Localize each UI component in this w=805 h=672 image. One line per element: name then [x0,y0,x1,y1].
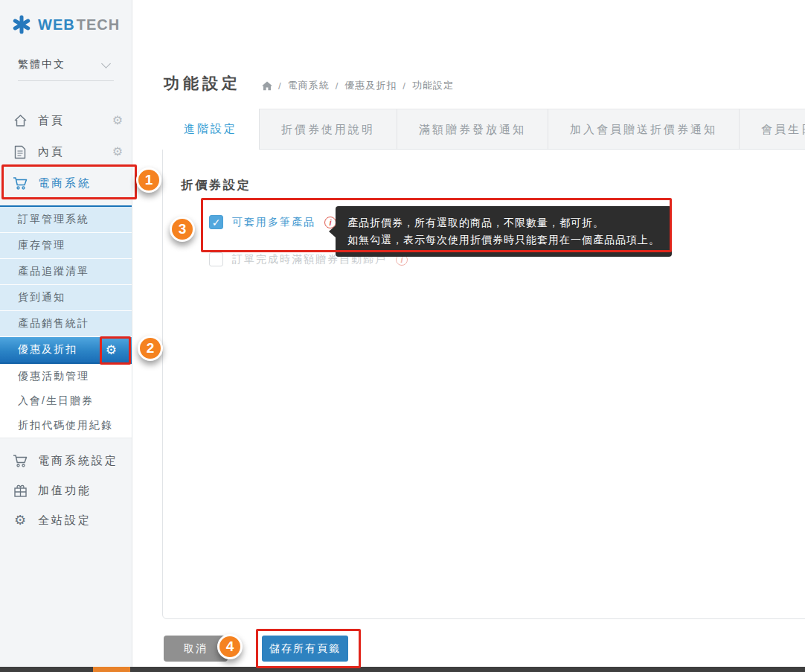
annotation-step-2: 2 [138,336,163,361]
tab-birthday-coupon-notice[interactable]: 會員生日贈送折價券通知 [740,109,805,149]
gear-icon: ⚙ [12,513,28,528]
sidebar-item-label: 優惠及折扣 [18,343,77,356]
brand-name-secondary: TECH [77,16,120,33]
sidebar-item-inventory[interactable]: 庫存管理 [0,233,132,259]
sidebar-item-label: 訂單管理系統 [18,213,89,226]
sidebar-item-sales-stats[interactable]: 產品銷售統計 [0,311,132,337]
home-icon [12,113,28,128]
breadcrumb-home-icon[interactable] [262,81,272,91]
save-all-tabs-button[interactable]: 儲存所有頁籤 [262,636,348,662]
sidebar-item-ecommerce[interactable]: 電商系統 [0,167,132,199]
breadcrumb: / 電商系統 / 優惠及折扣 / 功能設定 [262,79,454,92]
checkbox-multi-product[interactable]: ✓ [209,215,223,229]
option-row-multi-product: ✓ 可套用多筆產品 i [209,215,336,229]
tooltip-line1: 產品折價券，所有選取的商品，不限數量，都可折。 [347,214,660,231]
language-selected-label: 繁體中文 [18,58,65,71]
sidebar-item-order-management[interactable]: 訂單管理系統 [0,207,132,233]
tab-advanced-settings[interactable]: 進階設定 [162,109,259,150]
section-title: 折價券設定 [181,178,251,193]
sidebar-item-discounts-selected[interactable]: 優惠及折扣 ⚙ [0,337,132,364]
sidebar-item-label: 電商系統設定 [38,454,123,468]
sidebar-item-label: 庫存管理 [18,239,65,252]
sidebar-item-membership-coupons[interactable]: 入會/生日贈券 [0,388,132,413]
sidebar-item-label: 優惠活動管理 [18,370,89,383]
sidebar-item-label: 首頁 [38,114,112,128]
tooltip-arrow-icon [329,225,336,237]
tab-bar: 進階設定 折價券使用說明 滿額贈券發放通知 加入會員贈送折價券通知 會員生日贈送… [162,109,805,149]
sidebar-item-home[interactable]: 首頁 ⚙ [0,105,132,136]
tab-coupon-instructions[interactable]: 折價券使用說明 [259,109,397,149]
tab-threshold-coupon-notice[interactable]: 滿額贈券發放通知 [397,109,548,149]
breadcrumb-separator: / [336,80,339,92]
sidebar-item-ecommerce-settings[interactable]: 電商系統設定 [0,446,132,476]
breadcrumb-item[interactable]: 電商系統 [288,79,330,92]
gear-icon[interactable]: ⚙ [112,146,123,158]
language-selector[interactable]: 繁體中文 [18,58,114,81]
tab-join-member-coupon-notice[interactable]: 加入會員贈送折價券通知 [548,109,740,149]
sidebar-item-label: 電商系統 [38,176,123,191]
sidebar-item-label: 折扣代碼使用紀錄 [18,419,113,432]
sidebar-item-product-tracking[interactable]: 產品追蹤清單 [0,259,132,285]
sidebar-item-label: 產品銷售統計 [18,317,89,330]
sidebar-item-label: 全站設定 [38,513,123,528]
gear-icon[interactable]: ⚙ [112,115,123,127]
gear-icon[interactable]: ⚙ [106,344,117,356]
sidebar-item-promo-management[interactable]: 優惠活動管理 [0,364,132,388]
breadcrumb-item[interactable]: 優惠及折扣 [344,79,397,92]
chevron-down-icon [101,59,111,68]
content-panel: 折價券設定 ✓ 可套用多筆產品 i 產品折價券，所有選取的商品，不限數量，都可折… [162,149,805,619]
ecommerce-submenu: 訂單管理系統 庫存管理 產品追蹤清單 貨到通知 產品銷售統計 [0,207,132,337]
sidebar-item-label: 產品追蹤清單 [18,265,89,278]
cancel-button[interactable]: 取消 [164,636,228,662]
sidebar-item-label: 加值功能 [38,484,123,498]
asterisk-logo-icon [12,15,31,34]
checkbox-auto-credit[interactable] [209,252,223,266]
annotation-step-1: 1 [136,167,161,193]
brand-name-primary: WEB [38,16,75,33]
discount-submenu: 優惠活動管理 入會/生日贈券 折扣代碼使用紀錄 [0,364,132,438]
sidebar-item-inner-pages[interactable]: 內頁 ⚙ [0,136,132,167]
checkmark-icon: ✓ [212,217,221,228]
page-title: 功能設定 [164,73,241,94]
brand-logo[interactable]: WEBTECH [0,0,132,39]
sidebar-item-label: 貨到通知 [18,291,65,304]
footer-accent-segment [93,667,130,672]
sidebar-item-addons[interactable]: 加值功能 [0,476,132,505]
sidebar-nav: 首頁 ⚙ 內頁 ⚙ 電商系統 訂單管理系統 庫存管理 產品追蹤清單 [0,105,132,535]
sidebar: WEBTECH 繁體中文 首頁 ⚙ 內頁 ⚙ [0,0,132,667]
breadcrumb-separator: / [278,80,282,92]
checkbox-label[interactable]: 可套用多筆產品 [232,216,315,229]
sidebar-item-site-settings[interactable]: ⚙ 全站設定 [0,505,132,535]
sidebar-nav-bottom: 電商系統設定 加值功能 ⚙ 全站設定 [0,446,132,535]
breadcrumb-item-current: 功能設定 [412,79,454,92]
sidebar-item-code-usage-log[interactable]: 折扣代碼使用紀錄 [0,413,132,438]
tooltip-line2: 如無勾選，表示每次使用折價券時只能套用在一個產品品項上。 [347,231,660,249]
app-root: WEBTECH 繁體中文 首頁 ⚙ 內頁 ⚙ [0,0,805,672]
page-icon [12,144,28,159]
sidebar-item-label: 入會/生日贈券 [18,394,94,408]
sidebar-item-arrival-notice[interactable]: 貨到通知 [0,285,132,311]
cart-icon [12,453,28,468]
gift-icon [12,483,28,498]
sidebar-item-label: 內頁 [38,145,112,159]
tooltip: 產品折價券，所有選取的商品，不限數量，都可折。 如無勾選，表示每次使用折價券時只… [336,206,672,257]
cart-icon [12,176,28,191]
breadcrumb-separator: / [402,80,406,92]
